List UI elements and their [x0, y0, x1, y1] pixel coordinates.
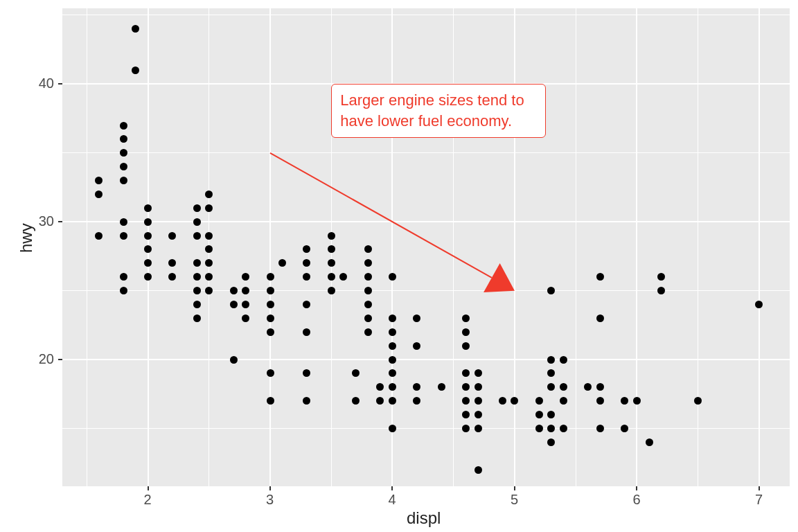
data-point — [389, 425, 396, 432]
data-point — [328, 287, 335, 294]
data-point — [596, 314, 604, 322]
data-point — [364, 314, 372, 322]
x-tick-label-4: 4 — [388, 492, 396, 508]
data-point — [267, 273, 274, 281]
data-point — [95, 232, 103, 240]
data-point — [267, 314, 274, 322]
data-point — [193, 301, 201, 308]
data-point — [475, 466, 482, 474]
data-point — [230, 287, 238, 294]
data-point — [193, 314, 201, 322]
data-point — [267, 369, 274, 377]
annotation-line-2: have lower fuel economy. — [340, 112, 512, 130]
data-point — [475, 397, 482, 405]
y-tick-label-30: 30 — [39, 213, 54, 229]
annotation-label-box: Larger engine sizes tend to have lower f… — [331, 84, 546, 137]
data-point — [475, 411, 482, 418]
data-point — [389, 342, 396, 350]
data-point — [144, 204, 152, 212]
data-point — [560, 425, 567, 432]
data-point — [120, 287, 127, 294]
y-axis-title: hwy — [17, 223, 36, 253]
x-tick-label-5: 5 — [511, 492, 518, 508]
data-point — [267, 301, 274, 308]
data-point — [560, 356, 567, 364]
data-point — [462, 425, 470, 432]
data-point — [193, 259, 201, 267]
data-point — [230, 301, 238, 308]
data-point — [205, 232, 213, 240]
data-point — [646, 438, 653, 446]
data-point — [475, 369, 482, 377]
data-point — [193, 273, 201, 281]
data-point — [120, 122, 127, 130]
data-point — [267, 287, 274, 294]
data-point — [438, 383, 445, 391]
data-point — [364, 273, 372, 281]
data-point — [267, 328, 274, 336]
x-tick-label-6: 6 — [632, 492, 640, 508]
plot-panel — [62, 8, 790, 486]
data-point — [267, 397, 274, 405]
data-point — [535, 425, 543, 432]
x-tick-label-2: 2 — [144, 492, 152, 508]
x-tick-label-7: 7 — [755, 492, 763, 508]
scatter-chart: 20 30 40 2 3 4 5 6 7 displ hwy Larger en… — [0, 0, 798, 532]
data-point — [462, 397, 470, 405]
data-point — [120, 232, 127, 240]
data-point — [193, 218, 201, 226]
y-tick-label-40: 40 — [39, 76, 54, 91]
x-tick-label-3: 3 — [266, 492, 274, 508]
data-point — [168, 232, 176, 240]
data-point — [193, 232, 201, 240]
data-point — [547, 356, 555, 364]
data-point — [462, 314, 470, 322]
data-point — [475, 383, 482, 391]
data-point — [499, 397, 506, 405]
data-point — [205, 204, 213, 212]
data-point — [462, 342, 470, 350]
annotation-line-1: Larger engine sizes tend to — [340, 91, 524, 109]
data-point — [120, 273, 127, 281]
data-point — [462, 411, 470, 418]
y-tick-label-20: 20 — [39, 351, 54, 367]
data-point — [364, 259, 372, 267]
data-point — [193, 204, 201, 212]
data-point — [120, 177, 127, 184]
data-point — [328, 273, 335, 281]
x-axis-title: displ — [407, 508, 441, 528]
data-point — [475, 425, 482, 432]
data-point — [328, 232, 335, 240]
data-point — [144, 218, 152, 226]
data-point — [462, 328, 470, 336]
data-point — [389, 328, 396, 336]
data-point — [120, 218, 127, 226]
data-point — [535, 411, 543, 418]
data-point — [535, 397, 543, 405]
data-point — [230, 356, 238, 364]
data-point — [364, 301, 372, 308]
data-point — [120, 149, 127, 157]
data-point — [193, 287, 201, 294]
data-point — [120, 163, 127, 170]
data-point — [596, 425, 604, 432]
data-point — [364, 287, 372, 294]
data-point — [389, 356, 396, 364]
data-point — [364, 328, 372, 336]
data-point — [144, 232, 152, 240]
data-point — [389, 314, 396, 322]
data-point — [413, 342, 420, 350]
